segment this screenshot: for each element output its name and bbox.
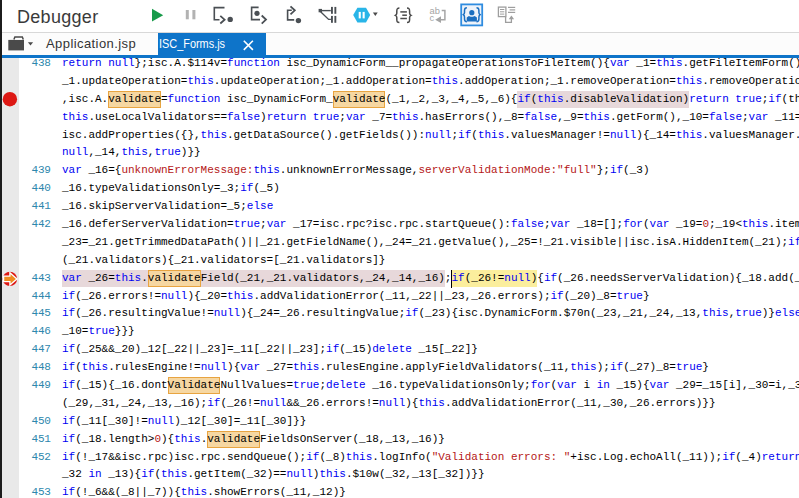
- svg-text:c: c: [430, 13, 435, 23]
